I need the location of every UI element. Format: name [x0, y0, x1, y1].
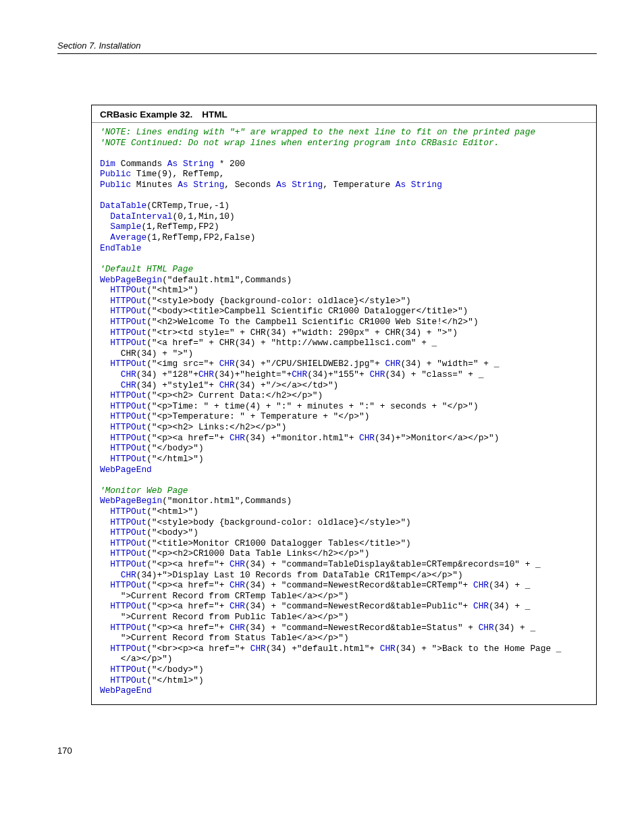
code-example-box: CRBasic Example 32.HTML 'NOTE: Lines end… [91, 105, 597, 705]
example-name: HTML [202, 109, 227, 120]
example-title-bar: CRBasic Example 32.HTML [92, 105, 596, 123]
page-header: Section 7. Installation [57, 41, 597, 54]
section-title: Section 7. Installation [57, 41, 597, 53]
example-number: CRBasic Example 32. [100, 109, 192, 120]
page-number: 170 [57, 746, 597, 756]
code-listing: 'NOTE: Lines ending with "+" are wrapped… [92, 123, 596, 704]
